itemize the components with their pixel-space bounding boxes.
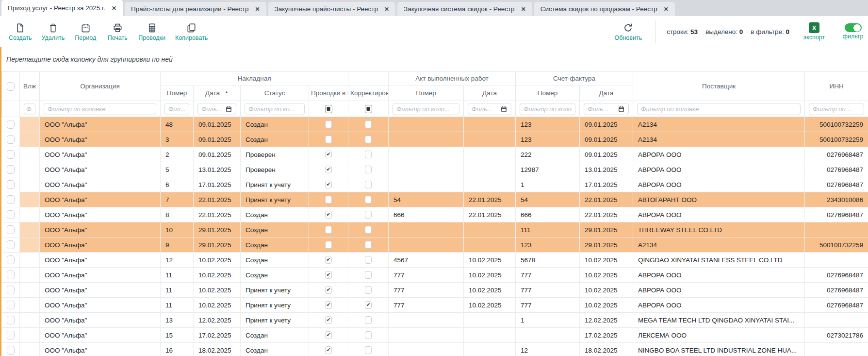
create-button[interactable]: Создать [6, 21, 35, 42]
excel-export-button[interactable]: X экспорт [800, 21, 828, 42]
table-row[interactable]: ООО "Альфа"1110.02.2025Создан77710.02.20… [2, 268, 868, 283]
row-checkbox[interactable] [7, 286, 15, 294]
correction-checkbox[interactable] [365, 181, 372, 188]
supplier-filter-input[interactable] [641, 105, 797, 113]
close-icon[interactable]: ✕ [384, 6, 389, 13]
postings-filter-checkbox[interactable] [325, 105, 332, 113]
act-number-filter-input[interactable] [396, 105, 456, 113]
tab-zakupochnaya-sistema-skidok[interactable]: Закупочная система скидок - Реестр ✕ [397, 2, 532, 16]
column-header-invoice-number[interactable]: Номер [161, 85, 194, 101]
tab-price-listy-realizacii[interactable]: Прайс-листы для реализации - Реестр ✕ [125, 2, 266, 16]
column-header-act-number[interactable]: Номер [389, 85, 464, 101]
postings-button[interactable]: Проводки [135, 21, 168, 42]
correction-checkbox[interactable] [365, 346, 372, 354]
correction-checkbox[interactable] [365, 331, 372, 339]
correction-checkbox[interactable] [365, 256, 372, 264]
postings-checkbox[interactable] [325, 346, 332, 354]
copy-button[interactable]: Копировать [172, 21, 211, 42]
row-checkbox[interactable] [7, 120, 15, 129]
column-header-act-date[interactable]: Дата [464, 85, 516, 101]
invoice-number-filter-input[interactable] [168, 105, 185, 113]
correction-checkbox[interactable] [365, 241, 372, 249]
row-checkbox[interactable] [7, 316, 15, 324]
correction-checkbox[interactable] [365, 211, 372, 219]
column-header-supplier[interactable]: Поставщик [633, 72, 805, 101]
table-row[interactable]: ООО "Альфа"617.01.2025Принят к учету117.… [2, 177, 868, 192]
postings-checkbox[interactable] [325, 211, 332, 219]
row-checkbox[interactable] [7, 180, 15, 189]
postings-checkbox[interactable] [325, 151, 332, 158]
postings-checkbox[interactable] [325, 241, 332, 249]
table-row[interactable]: ООО "Альфа"722.01.2025Принят к учету5422… [2, 192, 868, 207]
table-row[interactable]: ООО "Альфа"1210.02.2025Создан456710.02.2… [2, 253, 868, 268]
column-header-invoice-date[interactable]: Дата▲ [194, 85, 241, 101]
postings-checkbox[interactable] [325, 271, 332, 279]
row-checkbox[interactable] [7, 331, 15, 339]
row-checkbox[interactable] [7, 301, 15, 309]
table-row[interactable]: ООО "Альфа"209.01.2025Проверен22209.01.2… [2, 147, 868, 162]
postings-checkbox[interactable] [325, 301, 332, 309]
row-checkbox[interactable] [7, 240, 15, 249]
correction-checkbox[interactable] [365, 226, 372, 234]
correction-filter-checkbox[interactable] [365, 105, 372, 113]
table-row[interactable]: ООО "Альфа"929.01.2025Создан12329.01.202… [2, 237, 868, 253]
column-header-postings-in-balance[interactable]: Проводки в балансе [309, 85, 348, 101]
postings-checkbox[interactable] [325, 196, 332, 203]
table-row[interactable]: ООО "Альфа"309.01.2025Создан12309.01.202… [2, 132, 868, 147]
row-checkbox[interactable] [7, 271, 15, 279]
table-row[interactable]: ООО "Альфа"1517.02.2025Создан17.02.2025Л… [2, 328, 868, 343]
close-icon[interactable]: ✕ [112, 5, 116, 12]
close-icon[interactable]: ✕ [521, 6, 526, 13]
close-icon[interactable]: ✕ [255, 6, 260, 13]
table-row[interactable]: ООО "Альфа"1618.02.2025Создан1218.02.202… [2, 343, 868, 356]
select-all-checkbox[interactable] [7, 82, 15, 91]
organization-filter-input[interactable] [48, 105, 152, 113]
status-filter-input[interactable] [248, 105, 301, 113]
table-row[interactable]: ООО "Альфа"1110.02.2025Принят к учету777… [2, 283, 868, 298]
correction-checkbox[interactable] [365, 301, 372, 309]
correction-checkbox[interactable] [365, 166, 372, 173]
row-checkbox[interactable] [7, 225, 15, 234]
close-icon[interactable]: ✕ [664, 6, 669, 13]
row-checkbox[interactable] [7, 346, 15, 355]
invoice-date-filter-input[interactable] [201, 105, 224, 113]
row-checkbox[interactable] [7, 195, 15, 204]
column-header-attachments[interactable]: Влж [20, 72, 40, 101]
column-header-organization[interactable]: Организация [40, 72, 161, 101]
print-button[interactable]: Печать [103, 21, 131, 42]
postings-checkbox[interactable] [325, 120, 332, 128]
correction-checkbox[interactable] [365, 316, 372, 324]
correction-checkbox[interactable] [365, 286, 372, 294]
correction-checkbox[interactable] [365, 151, 372, 158]
factura-number-filter-input[interactable] [524, 105, 572, 113]
attachments-filter-input[interactable] [26, 105, 33, 113]
delete-button[interactable]: Удалить [39, 21, 68, 42]
row-checkbox[interactable] [7, 210, 15, 219]
period-button[interactable]: Период [71, 21, 99, 42]
correction-checkbox[interactable] [365, 120, 372, 128]
postings-checkbox[interactable] [325, 226, 332, 234]
correction-checkbox[interactable] [365, 271, 372, 279]
tab-zakupochnye-price-listy[interactable]: Закупочные прайс-листы - Реестр ✕ [268, 2, 396, 16]
row-checkbox[interactable] [7, 150, 15, 159]
table-row[interactable]: ООО "Альфа"822.01.2025Создан66622.01.202… [2, 207, 868, 222]
postings-checkbox[interactable] [325, 331, 332, 339]
inn-filter-input[interactable] [813, 105, 860, 113]
factura-date-filter-input[interactable] [588, 105, 617, 113]
filter-toggle-button[interactable]: фильтр [839, 22, 867, 41]
correction-checkbox[interactable] [365, 136, 372, 143]
column-header-correction[interactable]: Корректировка [348, 85, 389, 101]
table-row[interactable]: ООО "Альфа"4809.01.2025Создан12309.01.20… [2, 117, 868, 132]
act-date-filter-input[interactable] [472, 105, 499, 113]
postings-checkbox[interactable] [325, 316, 332, 324]
row-checkbox[interactable] [7, 255, 15, 264]
tab-prihod-uslug[interactable]: Приход услуг - Реестр за 2025 г. ✕ [1, 0, 123, 16]
row-checkbox[interactable] [7, 165, 15, 174]
table-row[interactable]: ООО "Альфа"1110.02.2025Принят к учету777… [2, 298, 868, 313]
table-row[interactable]: ООО "Альфа"1029.01.2025Создан11129.01.20… [2, 222, 868, 237]
refresh-button[interactable]: Обновить [612, 21, 645, 42]
postings-checkbox[interactable] [325, 286, 332, 294]
column-header-factura-number[interactable]: Номер [516, 85, 580, 101]
tab-sistema-skidok-po-prodazham[interactable]: Система скидок по продажам - Реестр ✕ [534, 2, 675, 16]
column-header-status[interactable]: Статус [241, 85, 309, 101]
